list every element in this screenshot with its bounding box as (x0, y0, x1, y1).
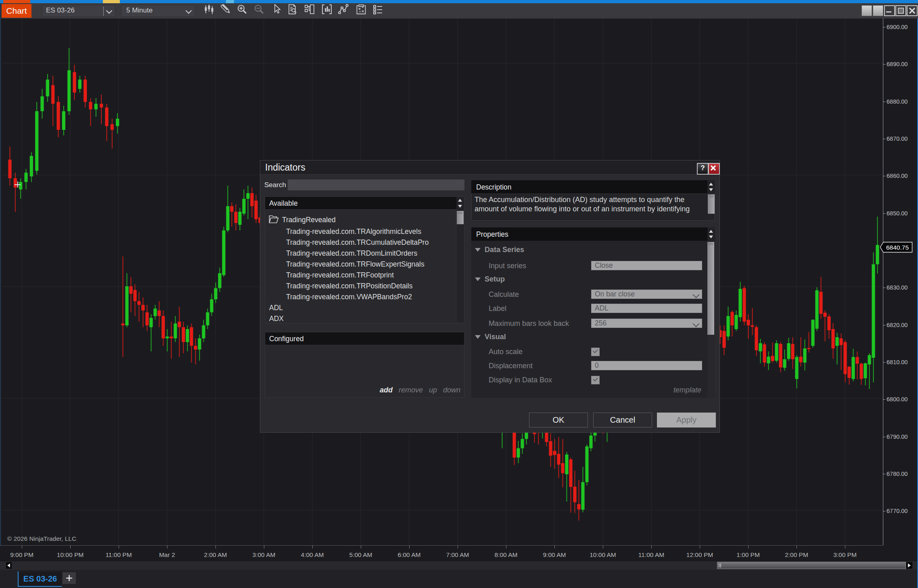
svg-text:6840.75: 6840.75 (886, 244, 909, 251)
